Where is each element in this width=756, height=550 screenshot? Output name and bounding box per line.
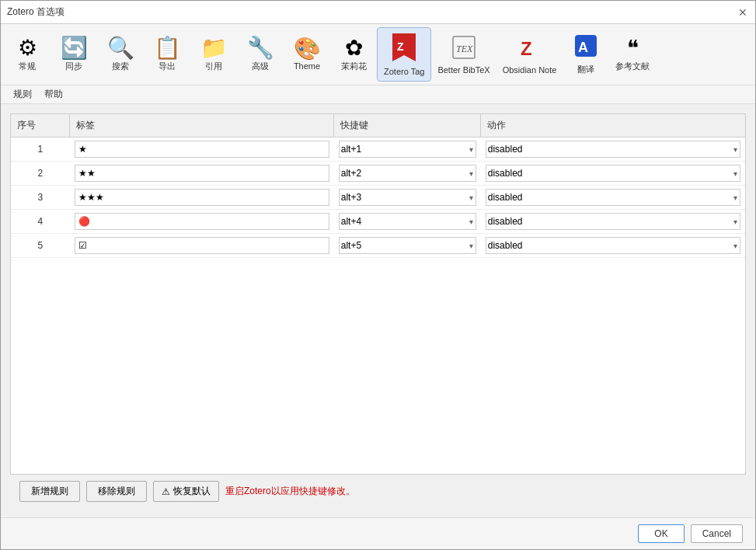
- action-select-1[interactable]: disabledenabletoggle: [486, 165, 740, 182]
- cell-tag-2[interactable]: [70, 186, 334, 210]
- action-select-2[interactable]: disabledenabletoggle: [486, 189, 740, 206]
- toolbar-item-theme[interactable]: 🎨 Theme: [284, 27, 330, 82]
- svg-text:Z: Z: [521, 38, 532, 59]
- svg-text:Z: Z: [397, 40, 404, 53]
- shortcut-select-1[interactable]: alt+1alt+2alt+3alt+4alt+5: [339, 165, 476, 182]
- toolbar-item-jasmine[interactable]: ✿ 茉莉花: [330, 27, 377, 82]
- shortcut-select-4[interactable]: alt+1alt+2alt+3alt+4alt+5: [339, 237, 476, 254]
- toolbar-label-better-bibtex: Better BibTeX: [437, 65, 489, 75]
- restore-default-button[interactable]: ⚠ 恢复默认: [153, 481, 219, 502]
- col-seq: 序号: [11, 114, 70, 138]
- shortcut-select-2[interactable]: alt+1alt+2alt+3alt+4alt+5: [339, 189, 476, 206]
- svg-text:TEX: TEX: [456, 44, 473, 54]
- cell-action-1[interactable]: disabledenabletoggle: [481, 162, 745, 186]
- table-row: 5alt+1alt+2alt+3alt+4alt+5disabledenable…: [11, 234, 745, 258]
- table-header-row: 序号 标签 快捷键 动作: [11, 114, 745, 138]
- tag-input-2[interactable]: [75, 189, 329, 206]
- rules-table-container: 序号 标签 快捷键 动作 1alt+1alt+2alt+3alt+4alt+5d…: [10, 113, 746, 475]
- titlebar: Zotero 首选项 ✕: [1, 1, 755, 24]
- cell-seq-4: 5: [11, 234, 70, 258]
- rules-table: 序号 标签 快捷键 动作 1alt+1alt+2alt+3alt+4alt+5d…: [11, 114, 745, 258]
- action-select-0[interactable]: disabledenabletoggle: [486, 141, 740, 158]
- cell-action-4[interactable]: disabledenabletoggle: [481, 234, 745, 258]
- add-rule-button[interactable]: 新增规则: [19, 481, 80, 502]
- toolbar-label-theme: Theme: [294, 61, 320, 71]
- tag-input-4[interactable]: [75, 237, 329, 254]
- toolbar-item-export[interactable]: 📋 导出: [144, 27, 190, 82]
- bottom-bar: 新增规则 移除规则 ⚠ 恢复默认 重启Zotero以应用快捷键修改。: [10, 475, 746, 508]
- toolbar-item-better-bibtex[interactable]: TEX Better BibTeX: [431, 27, 496, 82]
- menu-help[interactable]: 帮助: [38, 86, 69, 103]
- table-row: 3alt+1alt+2alt+3alt+4alt+5disabledenable…: [11, 186, 745, 210]
- references-icon: ❝: [627, 37, 639, 59]
- theme-icon: 🎨: [294, 38, 321, 60]
- toolbar-label-advanced: 高级: [252, 61, 269, 72]
- toolbar-label-references: 参考文献: [615, 61, 650, 72]
- col-tag: 标签: [70, 114, 334, 138]
- cell-action-3[interactable]: disabledenabletoggle: [481, 210, 745, 234]
- toolbar-label-cite: 引用: [205, 61, 222, 72]
- advanced-icon: 🔧: [247, 37, 274, 59]
- action-select-3[interactable]: disabledenabletoggle: [486, 213, 740, 230]
- toolbar-item-translate[interactable]: A 翻译: [563, 27, 609, 82]
- tag-input-3[interactable]: [75, 213, 329, 230]
- cell-tag-0[interactable]: [70, 138, 334, 162]
- tag-input-1[interactable]: [75, 165, 329, 182]
- cancel-button[interactable]: Cancel: [691, 524, 743, 543]
- footer: OK Cancel: [1, 517, 755, 549]
- bibtex-icon: TEX: [451, 35, 476, 64]
- menubar: 规则 帮助: [1, 85, 755, 104]
- translate-icon: A: [573, 33, 598, 62]
- cell-tag-4[interactable]: [70, 234, 334, 258]
- toolbar-item-sync[interactable]: 🔄 同步: [51, 27, 97, 82]
- gear-icon: ⚙: [18, 37, 37, 59]
- shortcut-select-3[interactable]: alt+1alt+2alt+3alt+4alt+5: [339, 213, 476, 230]
- cell-shortcut-2[interactable]: alt+1alt+2alt+3alt+4alt+5: [334, 186, 481, 210]
- cell-tag-3[interactable]: [70, 210, 334, 234]
- obsidian-icon: Z: [517, 35, 542, 64]
- zotero-tag-icon: Z: [392, 33, 416, 65]
- cell-seq-0: 1: [11, 138, 70, 162]
- action-select-4[interactable]: disabledenabletoggle: [486, 237, 740, 254]
- cell-seq-3: 4: [11, 210, 70, 234]
- col-action: 动作: [481, 114, 745, 138]
- toolbar-item-references[interactable]: ❝ 参考文献: [609, 27, 656, 82]
- toolbar-label-translate: 翻译: [577, 64, 594, 75]
- toolbar-item-zotero-tag[interactable]: Z Zotero Tag: [377, 27, 431, 82]
- col-shortcut: 快捷键: [334, 114, 481, 138]
- cell-tag-1[interactable]: [70, 162, 334, 186]
- toolbar-label-obsidian-note: Obsidian Note: [503, 65, 557, 75]
- toolbar-item-general[interactable]: ⚙ 常规: [4, 27, 51, 82]
- cell-action-2[interactable]: disabledenabletoggle: [481, 186, 745, 210]
- remove-rule-button[interactable]: 移除规则: [86, 481, 147, 502]
- cell-action-0[interactable]: disabledenabletoggle: [481, 138, 745, 162]
- shortcut-select-0[interactable]: alt+1alt+2alt+3alt+4alt+5: [339, 141, 476, 158]
- cell-shortcut-0[interactable]: alt+1alt+2alt+3alt+4alt+5: [334, 138, 481, 162]
- cell-shortcut-1[interactable]: alt+1alt+2alt+3alt+4alt+5: [334, 162, 481, 186]
- search-icon: 🔍: [107, 37, 134, 59]
- toolbar-item-obsidian-note[interactable]: Z Obsidian Note: [496, 27, 563, 82]
- toolbar-item-advanced[interactable]: 🔧 高级: [237, 27, 284, 82]
- ok-button[interactable]: OK: [638, 524, 684, 543]
- toolbar-item-search[interactable]: 🔍 搜索: [97, 27, 144, 82]
- jasmine-icon: ✿: [345, 37, 363, 59]
- restore-default-label: 恢复默认: [173, 485, 211, 498]
- restart-warning-text: 重启Zotero以应用快捷键修改。: [225, 485, 355, 498]
- cell-seq-2: 3: [11, 186, 70, 210]
- toolbar-label-jasmine: 茉莉花: [341, 61, 367, 72]
- toolbar-label-general: 常规: [19, 61, 36, 72]
- warning-icon: ⚠: [162, 486, 170, 497]
- table-row: 4alt+1alt+2alt+3alt+4alt+5disabledenable…: [11, 210, 745, 234]
- svg-marker-0: [392, 33, 416, 61]
- toolbar-item-cite[interactable]: 📁 引用: [190, 27, 237, 82]
- cell-shortcut-4[interactable]: alt+1alt+2alt+3alt+4alt+5: [334, 234, 481, 258]
- svg-text:A: A: [578, 40, 588, 55]
- table-row: 1alt+1alt+2alt+3alt+4alt+5disabledenable…: [11, 138, 745, 162]
- tag-input-0[interactable]: [75, 141, 329, 158]
- menu-rules[interactable]: 规则: [7, 86, 38, 103]
- cell-shortcut-3[interactable]: alt+1alt+2alt+3alt+4alt+5: [334, 210, 481, 234]
- export-icon: 📋: [154, 37, 181, 59]
- sync-icon: 🔄: [61, 37, 88, 59]
- close-button[interactable]: ✕: [737, 6, 749, 19]
- main-window: Zotero 首选项 ✕ ⚙ 常规 🔄 同步 🔍 搜索 📋 导出 📁 引用: [0, 0, 756, 550]
